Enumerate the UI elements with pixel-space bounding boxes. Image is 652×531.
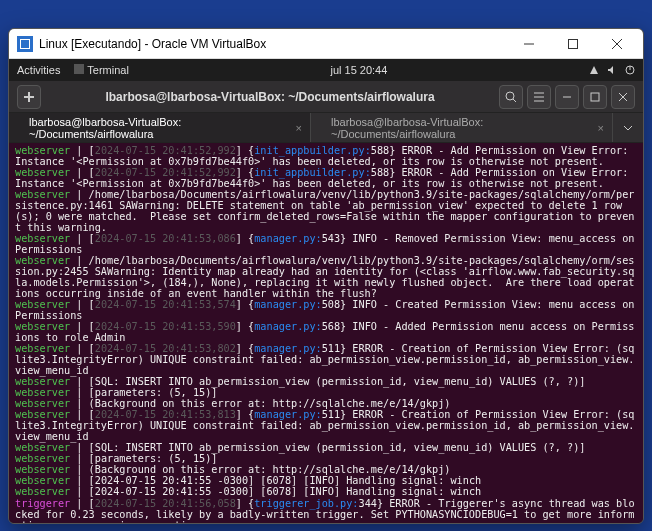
network-icon <box>589 65 599 75</box>
terminal-body[interactable]: webserver | [2024-07-15 20:41:52,992] {i… <box>9 143 643 523</box>
hamburger-icon <box>533 91 545 103</box>
vm-window: Linux [Executando] - Oracle VM VirtualBo… <box>8 28 644 524</box>
terminal-tab[interactable]: lbarbosa@lbarbosa-VirtualBox: ~/Document… <box>311 113 613 142</box>
tab-label: lbarbosa@lbarbosa-VirtualBox: ~/Document… <box>29 116 290 140</box>
gnome-top-bar: Activities Terminal jul 15 20:44 <box>9 59 643 81</box>
svg-point-4 <box>506 92 514 100</box>
power-icon <box>625 65 635 75</box>
svg-rect-2 <box>74 64 84 74</box>
close-button[interactable] <box>595 30 639 58</box>
titlebar[interactable]: Linux [Executando] - Oracle VM VirtualBo… <box>9 29 643 59</box>
terminal-header: lbarbosa@lbarbosa-VirtualBox: ~/Document… <box>9 81 643 113</box>
search-button[interactable] <box>499 85 523 109</box>
vbox-icon <box>17 36 33 52</box>
terminal-tabbar: lbarbosa@lbarbosa-VirtualBox: ~/Document… <box>9 113 643 143</box>
terminal-minimize[interactable] <box>555 85 579 109</box>
volume-icon <box>607 65 617 75</box>
close-icon[interactable]: × <box>598 122 604 134</box>
terminal-title: lbarbosa@lbarbosa-VirtualBox: ~/Document… <box>45 90 495 104</box>
activities-button[interactable]: Activities <box>17 64 60 76</box>
system-tray[interactable] <box>589 65 635 75</box>
new-tab-button[interactable] <box>17 85 41 109</box>
app-menu[interactable]: Terminal <box>74 64 128 76</box>
minimize-button[interactable] <box>507 30 551 58</box>
menu-button[interactable] <box>527 85 551 109</box>
terminal-tab[interactable]: lbarbosa@lbarbosa-VirtualBox: ~/Document… <box>9 113 311 142</box>
terminal-maximize[interactable] <box>583 85 607 109</box>
search-icon <box>505 91 517 103</box>
terminal-close[interactable] <box>611 85 635 109</box>
maximize-button[interactable] <box>551 30 595 58</box>
tab-dropdown[interactable] <box>613 123 643 133</box>
chevron-down-icon <box>623 123 633 133</box>
log-output: webserver | [2024-07-15 20:41:52,992] {i… <box>15 145 637 523</box>
svg-rect-1 <box>569 39 578 48</box>
close-icon[interactable]: × <box>296 122 302 134</box>
tab-label: lbarbosa@lbarbosa-VirtualBox: ~/Document… <box>331 116 592 140</box>
clock[interactable]: jul 15 20:44 <box>129 64 589 76</box>
plus-icon <box>23 91 35 103</box>
terminal-icon <box>74 64 84 74</box>
app-menu-label: Terminal <box>87 64 129 76</box>
window-title: Linux [Executando] - Oracle VM VirtualBo… <box>39 37 507 51</box>
svg-rect-5 <box>591 93 599 101</box>
